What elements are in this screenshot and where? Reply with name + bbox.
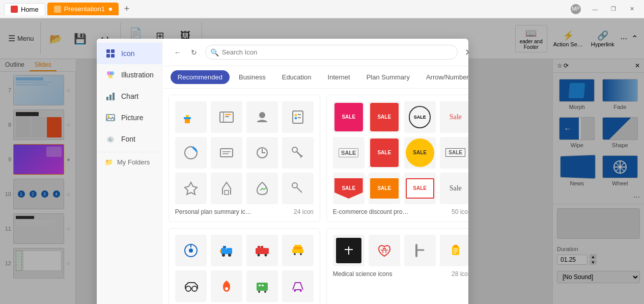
svg-rect-13 <box>109 95 111 100</box>
sale-icon-2: SALE <box>369 101 400 133</box>
modal-overlay: Icon Illustration <box>0 18 644 304</box>
plan-icon-2 <box>211 101 242 133</box>
tab-internet[interactable]: Internet <box>321 70 357 84</box>
icon-card-medical[interactable]: Medical science icons 28 icon <box>326 228 468 304</box>
svg-point-45 <box>189 248 193 253</box>
maximize-button[interactable]: ❐ <box>605 4 622 14</box>
sale-icon-9: SALE <box>333 173 365 204</box>
picker-close-button[interactable]: ✕ <box>462 45 468 60</box>
icon-card-sale[interactable]: SALE SALE SALE Sale <box>326 95 468 222</box>
tab-home-label: Home <box>21 6 39 13</box>
tab-modified-dot <box>109 8 112 11</box>
svg-rect-21 <box>186 115 189 117</box>
svg-point-37 <box>292 147 297 152</box>
svg-rect-79 <box>452 246 459 255</box>
app-wrapper: Home Presentation1 + MP — ❐ ✕ ☰ Menu 📂 <box>0 0 644 304</box>
icon-card-plan[interactable]: Personal plan summary ic… 24 icon <box>169 95 320 222</box>
nav-item-chart[interactable]: Chart <box>97 86 162 107</box>
svg-rect-31 <box>298 117 301 118</box>
plan-icon-10 <box>211 173 242 204</box>
tab-presentation[interactable]: Presentation1 <box>47 3 119 15</box>
card-plan-grid <box>175 101 314 204</box>
sale-icon-5: SALE <box>333 137 365 169</box>
svg-rect-66 <box>257 283 268 291</box>
svg-point-50 <box>228 254 231 257</box>
add-tab-button[interactable]: + <box>121 3 133 15</box>
nav-item-icon[interactable]: Icon <box>97 43 162 64</box>
medical-icon-1 <box>333 235 365 266</box>
nav-picture-label: Picture <box>121 114 144 122</box>
svg-rect-53 <box>256 248 269 254</box>
folder-icon: 📁 <box>105 158 113 166</box>
icon-nav-icon <box>105 48 116 59</box>
plan-icon-5 <box>175 137 207 169</box>
picker-tabs: Recommended Business Education Internet … <box>162 66 468 89</box>
card-sale-grid: SALE SALE SALE Sale <box>333 101 468 204</box>
forward-button[interactable]: ↻ <box>187 45 201 60</box>
svg-point-63 <box>186 286 191 291</box>
icon-card-transport[interactable]: P <box>169 228 320 304</box>
transport-icon-6 <box>211 270 242 302</box>
card-plan-count: 24 icon <box>294 208 314 215</box>
svg-point-56 <box>257 254 260 256</box>
tab-home[interactable]: Home <box>4 3 45 15</box>
close-button[interactable]: ✕ <box>624 4 640 14</box>
tab-presentation-label: Presentation1 <box>64 5 105 13</box>
transport-icon-2: P <box>211 235 242 266</box>
plan-icon-8 <box>282 137 314 169</box>
card-medical-grid <box>333 235 468 266</box>
card-plan-title: Personal plan summary ic… <box>175 208 251 215</box>
svg-rect-58 <box>292 249 303 253</box>
svg-point-26 <box>259 112 265 118</box>
svg-rect-14 <box>113 93 115 100</box>
transport-icon-5 <box>175 270 207 302</box>
medical-icon-3 <box>404 235 436 266</box>
back-button[interactable]: ← <box>171 45 185 60</box>
svg-point-65 <box>225 287 228 290</box>
nav-chart-label: Chart <box>121 92 138 100</box>
svg-point-11 <box>108 74 113 78</box>
card-sale-title: E-commerce discount pro… <box>333 208 409 215</box>
search-bar: 🔍 <box>205 45 458 60</box>
transport-icon-3 <box>246 235 278 266</box>
plan-icon-6 <box>211 137 242 169</box>
tab-business[interactable]: Business <box>232 70 273 84</box>
chart-nav-icon <box>105 91 116 102</box>
sale-icon-3: SALE <box>404 101 436 133</box>
svg-point-71 <box>294 290 296 292</box>
tab-arrow-number[interactable]: Arrow/Number <box>419 70 468 84</box>
nav-icon-label: Icon <box>121 49 134 58</box>
card-medical-footer: Medical science icons 28 icon <box>333 270 468 278</box>
plan-icon-9 <box>175 173 207 204</box>
svg-rect-25 <box>225 116 229 117</box>
tab-plan-summary[interactable]: Plan Summary <box>359 70 417 84</box>
picker-nav: Icon Illustration <box>97 39 162 304</box>
svg-rect-60 <box>294 245 301 247</box>
home-tab-icon <box>11 6 18 13</box>
sale-icon-4: Sale <box>440 101 468 133</box>
title-bar: Home Presentation1 + MP — ❐ ✕ <box>0 0 644 18</box>
sale-icon-1: SALE <box>333 101 365 133</box>
transport-icon-7 <box>246 270 278 302</box>
svg-point-69 <box>258 291 260 293</box>
minimize-button[interactable]: — <box>587 4 603 14</box>
tab-recommended[interactable]: Recommended <box>171 70 230 84</box>
nav-item-font[interactable]: A Font <box>97 128 162 150</box>
svg-rect-6 <box>111 49 115 53</box>
svg-text:A: A <box>108 137 112 142</box>
transport-icon-8 <box>282 270 314 302</box>
svg-line-43 <box>297 187 302 192</box>
pres-tab-icon <box>54 6 61 13</box>
nav-my-folders[interactable]: 📁 My Folders <box>97 154 162 170</box>
search-icon: 🔍 <box>210 48 219 57</box>
nav-item-illustration[interactable]: Illustration <box>97 64 162 86</box>
svg-point-61 <box>294 253 296 255</box>
nav-item-picture[interactable]: Picture <box>97 107 162 128</box>
search-input[interactable] <box>205 45 458 60</box>
plan-icon-11 <box>246 173 278 204</box>
svg-rect-5 <box>106 49 110 53</box>
svg-point-72 <box>300 290 302 292</box>
tab-education[interactable]: Education <box>275 70 319 84</box>
svg-rect-8 <box>111 54 115 58</box>
svg-point-42 <box>292 183 297 188</box>
